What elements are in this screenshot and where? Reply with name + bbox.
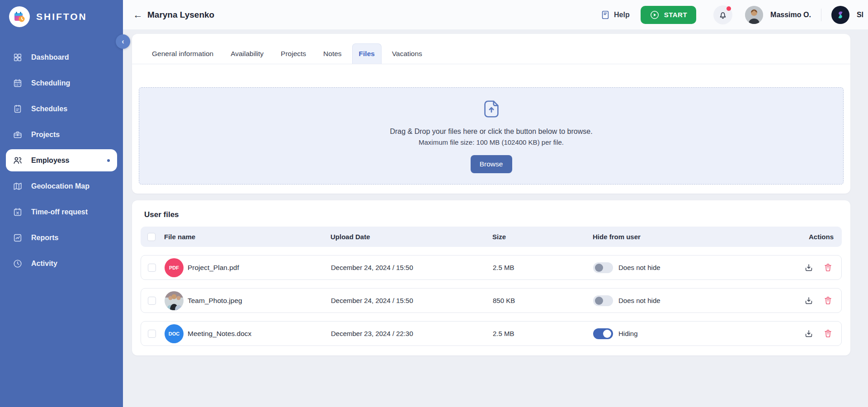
dropzone-instruction: Drag & Drop your files here or click the… [390, 128, 592, 136]
user-files-title: User files [144, 210, 842, 219]
column-size: Size [492, 233, 593, 241]
upload-file-icon [481, 99, 502, 121]
hide-from-user-toggle[interactable] [593, 328, 613, 339]
help-book-icon [600, 10, 610, 20]
sidebar-item-label: Activity [31, 260, 57, 268]
calendar-x-icon [12, 207, 23, 218]
sidebar-item-label: Geolocation Map [31, 182, 90, 190]
users-icon [12, 155, 23, 166]
tab-notes[interactable]: Notes [316, 43, 349, 64]
row-checkbox[interactable] [148, 264, 156, 272]
toggle-knob [595, 264, 603, 272]
start-button[interactable]: START [641, 6, 696, 24]
help-button[interactable]: Help [600, 10, 630, 20]
download-icon[interactable] [803, 328, 814, 339]
download-icon[interactable] [803, 295, 814, 306]
workspace-avatar[interactable] [831, 6, 849, 24]
sidebar-menu: DashboardSchedulingSchedulesProjectsEmpl… [0, 46, 123, 278]
select-all-checkbox[interactable] [147, 233, 156, 241]
profile-tabs: General informationAvailabilityProjectsN… [132, 34, 850, 64]
sidebar-item-scheduling[interactable]: Scheduling [6, 72, 117, 94]
grid-icon [12, 52, 23, 63]
trash-icon[interactable] [822, 295, 833, 306]
sidebar-item-label: Scheduling [31, 79, 70, 87]
file-type-badge: DOC [165, 324, 184, 343]
hide-from-user-toggle[interactable] [593, 295, 613, 306]
sidebar-item-dashboard[interactable]: Dashboard [6, 46, 117, 68]
sidebar-item-label: Reports [31, 234, 58, 242]
bell-icon [718, 10, 728, 20]
column-actions: Actions [809, 233, 836, 241]
notification-badge [726, 6, 731, 11]
file-size: 850 KB [493, 297, 593, 304]
column-upload-date: Upload Date [330, 233, 492, 241]
file-row-meeting-notes-docx: DOCMeeting_Notes.docxDecember 23, 2024 /… [141, 321, 842, 346]
user-avatar[interactable] [745, 6, 763, 24]
top-header: ← Maryna Lysenko Help START [123, 0, 868, 30]
active-indicator-dot [107, 159, 110, 162]
notifications-button[interactable] [713, 5, 732, 24]
chevron-left-icon: ‹ [122, 38, 124, 46]
sidebar-item-activity[interactable]: Activity [6, 252, 117, 274]
sidebar-item-projects[interactable]: Projects [6, 123, 117, 146]
sidebar-item-reports[interactable]: Reports [6, 227, 117, 249]
file-dropzone[interactable]: Drag & Drop your files here or click the… [139, 87, 844, 185]
chart-icon [12, 232, 23, 243]
sidebar-item-employess[interactable]: Employess [6, 149, 117, 171]
sidebar-item-label: Projects [31, 131, 60, 139]
toggle-knob [603, 330, 611, 338]
row-checkbox[interactable] [148, 297, 156, 305]
trash-icon[interactable] [822, 262, 833, 273]
file-name: Meeting_Notes.docx [188, 330, 251, 338]
back-button[interactable]: ← [131, 8, 145, 22]
table-body: PDFProject_Plan.pdfDecember 24, 2024 / 1… [141, 255, 842, 346]
toggle-knob [595, 297, 603, 305]
start-label: START [664, 11, 687, 19]
file-row-project-plan-pdf: PDFProject_Plan.pdfDecember 24, 2024 / 1… [141, 255, 842, 280]
row-checkbox[interactable] [148, 330, 156, 338]
dropzone-max-size: Maximum file size: 100 MB (102400 KB) pe… [419, 138, 564, 146]
column-file-name: File name [164, 233, 195, 241]
file-photo-thumbnail [165, 291, 184, 310]
sidebar-item-label: Time-off request [31, 208, 88, 216]
tab-files[interactable]: Files [352, 43, 382, 64]
upload-date: December 24, 2024 / 15:50 [331, 264, 493, 271]
app-logo[interactable]: SHIFTON [0, 0, 123, 27]
sidebar-item-label: Dashboard [31, 53, 69, 62]
play-icon [650, 10, 660, 20]
profile-card: General informationAvailabilityProjectsN… [132, 34, 850, 194]
help-label: Help [614, 11, 630, 19]
logo-text: SHIFTON [36, 11, 87, 22]
calendar-icon [12, 78, 23, 89]
tab-availability[interactable]: Availability [224, 43, 270, 64]
hide-from-user-toggle[interactable] [593, 262, 613, 273]
sidebar-item-label: Employess [31, 156, 69, 165]
upload-date: December 24, 2024 / 15:50 [331, 297, 493, 304]
clipboard-icon [12, 104, 23, 114]
briefcase-icon [12, 129, 23, 140]
file-type-badge: PDF [165, 258, 184, 277]
trash-icon[interactable] [822, 328, 833, 339]
sidebar-item-label: Schedules [31, 105, 67, 113]
sidebar-item-schedules[interactable]: Schedules [6, 98, 117, 120]
tab-general-information[interactable]: General information [145, 43, 220, 64]
sidebar: SHIFTON ‹ DashboardSchedulingSchedulesPr… [0, 0, 123, 407]
table-header: File name Upload Date Size Hide from use… [141, 227, 842, 247]
tab-vacations[interactable]: Vacations [385, 43, 429, 64]
map-icon [12, 181, 23, 192]
workspace-name[interactable]: Sl [857, 11, 863, 19]
sidebar-item-geolocation-map[interactable]: Geolocation Map [6, 175, 117, 197]
sidebar-collapse-button[interactable]: ‹ [116, 34, 130, 49]
browse-button[interactable]: Browse [471, 155, 512, 173]
upload-date: December 23, 2024 / 22:30 [331, 330, 493, 337]
hide-status-label: Does not hide [618, 297, 660, 304]
account-name[interactable]: Massimo O. [770, 11, 811, 19]
topbar-actions: Help START [600, 5, 863, 24]
shifton-logo-icon [9, 6, 30, 27]
user-files-card: User files File name Upload Date Size Hi… [132, 200, 850, 355]
file-name: Project_Plan.pdf [188, 264, 239, 272]
file-name: Team_Photo.jpeg [188, 297, 242, 305]
download-icon[interactable] [803, 262, 814, 273]
sidebar-item-time-off-request[interactable]: Time-off request [6, 201, 117, 223]
tab-projects[interactable]: Projects [274, 43, 313, 64]
